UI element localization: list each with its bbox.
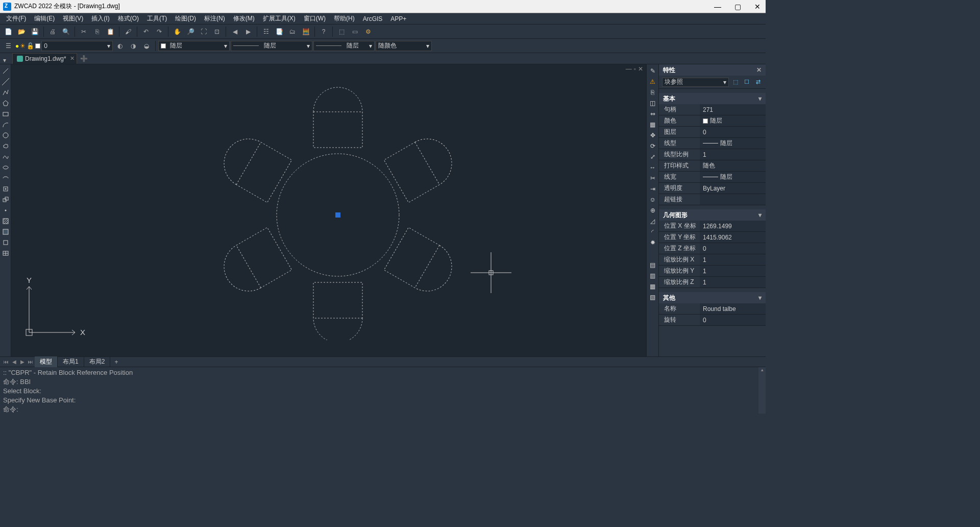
layout-first-button[interactable]: ⏮ <box>2 358 10 366</box>
property-row[interactable]: 旋转0 <box>659 315 766 326</box>
menu-modify[interactable]: 修改(M) <box>229 13 259 25</box>
layer-freeze-button[interactable]: ◒ <box>140 40 153 52</box>
insert-block-button[interactable]: ▭ <box>349 26 361 37</box>
arrow-l-button[interactable]: ◀ <box>229 26 241 37</box>
menu-tools[interactable]: 工具(T) <box>143 13 171 25</box>
property-row[interactable]: 图层0 <box>659 127 766 138</box>
polyline-tool[interactable] <box>1 88 10 97</box>
menu-file[interactable]: 文件(F) <box>2 13 30 25</box>
tab-list-button[interactable]: ▾ <box>3 57 6 64</box>
add-document-tab[interactable]: ➕ <box>77 54 91 64</box>
mirror-tool[interactable]: ◫ <box>648 99 657 108</box>
document-tab[interactable]: Drawing1.dwg* ✕ <box>12 53 77 64</box>
command-scrollbar[interactable]: ▴▾ <box>758 367 766 414</box>
cascade-button[interactable]: ▦ <box>648 282 657 291</box>
tile-h-button[interactable]: ▤ <box>648 260 657 270</box>
menu-format[interactable]: 格式(O) <box>114 13 143 25</box>
property-value[interactable]: 1269.1499 <box>700 221 766 231</box>
menu-insert[interactable]: 插入(I) <box>87 13 113 25</box>
move-tool[interactable]: ✥ <box>648 131 657 140</box>
match-button[interactable]: 🖌 <box>122 26 134 37</box>
layer-dropdown[interactable]: 0 ▾ <box>41 41 113 51</box>
arrow-r-button[interactable]: ▶ <box>242 26 254 37</box>
hatch-tool[interactable] <box>1 217 10 226</box>
property-value[interactable]: 0 <box>700 127 766 137</box>
paste-button[interactable]: 📋 <box>104 26 116 37</box>
property-row[interactable]: 位置 Z 坐标0 <box>659 243 766 254</box>
minimize-button[interactable]: — <box>712 3 723 11</box>
property-row[interactable]: 线型比例1 <box>659 149 766 160</box>
copy-button[interactable]: ⎘ <box>91 26 103 37</box>
property-value[interactable]: ByLayer <box>700 183 766 194</box>
property-row[interactable]: 线型随层 <box>659 138 766 149</box>
new-button[interactable]: 📄 <box>2 26 14 37</box>
offset-tool[interactable]: ⇔ <box>648 109 657 118</box>
settings-button[interactable]: ⚙ <box>362 26 374 37</box>
section-other-header[interactable]: 其他 ▾ <box>659 292 766 303</box>
toggle-pim-button[interactable]: ⇄ <box>753 78 763 87</box>
rectangle-tool[interactable] <box>1 109 10 118</box>
quickselect-button[interactable]: ⬚ <box>731 78 740 87</box>
join-tool[interactable]: ⊕ <box>648 206 657 215</box>
add-layout-button[interactable]: + <box>110 357 122 367</box>
property-row[interactable]: 线宽随层 <box>659 172 766 183</box>
scale-tool[interactable]: ⤢ <box>648 152 657 161</box>
property-row[interactable]: 缩放比例 X1 <box>659 254 766 266</box>
array-tool[interactable]: ▦ <box>648 120 657 129</box>
property-row[interactable]: 缩放比例 Y1 <box>659 266 766 277</box>
menu-help[interactable]: 帮助(H) <box>330 13 359 25</box>
property-row[interactable]: 缩放比例 Z1 <box>659 277 766 288</box>
property-value[interactable]: 271 <box>700 104 766 115</box>
property-value[interactable]: 随层 <box>700 138 766 149</box>
property-row[interactable]: 位置 X 坐标1269.1499 <box>659 221 766 232</box>
menu-arcgis[interactable]: ArcGIS <box>359 14 387 24</box>
calc-button[interactable]: 🧮 <box>300 26 312 37</box>
trim-tool[interactable]: ✂ <box>648 174 657 183</box>
section-basic-header[interactable]: 基本 ▾ <box>659 93 766 104</box>
property-value[interactable]: 1 <box>700 277 766 288</box>
print-button[interactable]: 🖨 <box>46 26 59 37</box>
property-row[interactable]: 透明度ByLayer <box>659 183 766 194</box>
menu-edit[interactable]: 编辑(E) <box>30 13 59 25</box>
layout-next-button[interactable]: ▶ <box>18 358 27 366</box>
property-row[interactable]: 名称Round talbe <box>659 303 766 315</box>
property-value[interactable]: 1 <box>700 266 766 276</box>
copy-tool[interactable]: ⎘ <box>648 88 657 97</box>
open-button[interactable]: 📂 <box>15 26 28 37</box>
ellipse-arc-tool[interactable] <box>1 174 10 183</box>
menu-app[interactable]: APP+ <box>386 14 410 24</box>
menu-draw[interactable]: 绘图(D) <box>171 13 200 25</box>
menu-express[interactable]: 扩展工具(X) <box>259 13 300 25</box>
xline-tool[interactable] <box>1 77 10 86</box>
property-value[interactable]: 随色 <box>700 160 766 171</box>
break-tool[interactable]: ⎊ <box>648 195 657 204</box>
layer-property-dropdown[interactable]: 随层 ▾ <box>158 41 230 51</box>
arrange-button[interactable]: ▧ <box>648 293 657 302</box>
stretch-tool[interactable]: ↔ <box>648 163 657 172</box>
layout-prev-button[interactable]: ◀ <box>10 358 18 366</box>
layout-last-button[interactable]: ⏭ <box>27 358 35 366</box>
property-value[interactable]: 1 <box>700 254 766 265</box>
property-value[interactable]: 随层 <box>700 172 766 182</box>
layer-manager-button[interactable]: ☰ <box>2 40 14 52</box>
block-auth-button[interactable]: ⬚ <box>335 26 348 37</box>
gradient-tool[interactable] <box>1 227 10 236</box>
ellipse-tool[interactable] <box>1 163 10 172</box>
insert-block-tool[interactable] <box>1 184 10 194</box>
chamfer-tool[interactable]: ◿ <box>648 217 657 226</box>
props-button[interactable]: ☷ <box>260 26 272 37</box>
property-row[interactable]: 句柄271 <box>659 104 766 115</box>
pan-button[interactable]: ✋ <box>171 26 183 37</box>
menu-dimension[interactable]: 标注(N) <box>200 13 229 25</box>
property-value[interactable]: 1415.9062 <box>700 232 766 243</box>
line-tool[interactable] <box>1 66 10 76</box>
pickobj-button[interactable]: ☐ <box>742 78 751 87</box>
tile-v-button[interactable]: ▥ <box>648 271 657 280</box>
layout-tab-2[interactable]: 布局2 <box>84 356 111 367</box>
selection-type-dropdown[interactable]: 块参照 ▾ <box>662 78 729 87</box>
close-button[interactable]: ✕ <box>752 3 763 11</box>
zoom-button[interactable]: 🔎 <box>184 26 197 37</box>
lineweight-dropdown[interactable]: 随层 ▾ <box>313 41 375 51</box>
layout-tab-model[interactable]: 模型 <box>35 356 58 367</box>
property-value[interactable]: 1 <box>700 149 766 160</box>
